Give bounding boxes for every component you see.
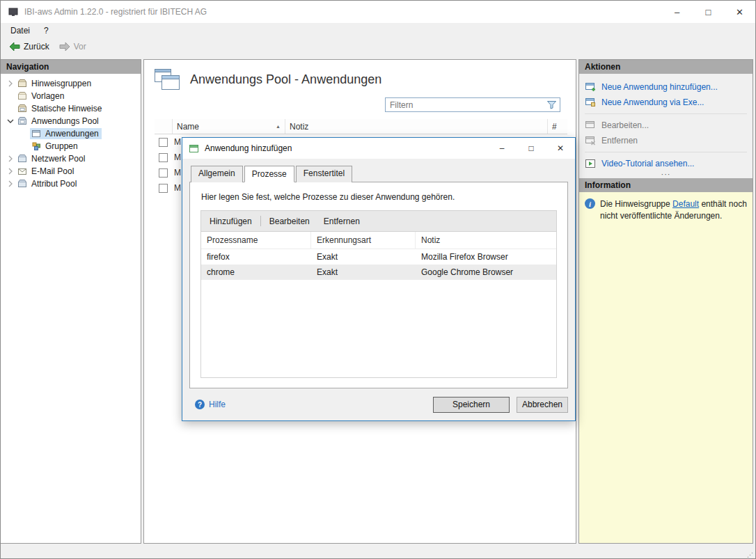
row-checkbox[interactable] <box>159 138 168 147</box>
tab-allgemein[interactable]: Allgemein <box>191 166 243 182</box>
action-new-application[interactable]: Neue Anwendung hinzufügen... <box>583 79 748 95</box>
process-detection: Exakt <box>311 265 416 280</box>
process-toolbar: Hinzufügen Bearbeiten Entfernen <box>201 211 556 232</box>
chevron-right-icon[interactable] <box>4 180 16 187</box>
process-row-firefox[interactable]: firefox Exakt Mozilla Firefox Browser <box>201 249 556 265</box>
action-label: Neue Anwendung hinzufügen... <box>601 82 718 92</box>
chevron-down-icon[interactable] <box>4 118 16 125</box>
dialog-icon <box>189 143 199 154</box>
nav-item-hinweisgruppen[interactable]: Hinweisgruppen <box>1 77 141 90</box>
window-controls: – □ ✕ <box>661 1 755 23</box>
nav-item-statische-hinweise[interactable]: Statische Hinweise <box>1 102 141 115</box>
action-remove[interactable]: Entfernen <box>583 133 748 148</box>
nav-item-vorlagen[interactable]: Vorlagen <box>1 90 141 102</box>
gruppen-icon <box>31 141 42 151</box>
action-label: Bearbeiten... <box>601 120 649 130</box>
anwendungs-pool-icon <box>17 116 29 126</box>
minimize-button[interactable]: – <box>661 1 693 23</box>
resize-grip-icon[interactable]: ⋰ <box>747 551 755 558</box>
process-detection: Exakt <box>311 249 416 265</box>
name-column-header[interactable]: Name ▲ <box>173 119 285 134</box>
navigation-tree: Hinweisgruppen Vorlagen Statische Hinwei… <box>1 74 141 190</box>
forward-button[interactable]: Vor <box>55 40 90 53</box>
action-label: Neue Anwendung via Exe... <box>601 97 704 107</box>
count-column-header[interactable]: # <box>548 119 567 134</box>
navigation-panel: Navigation Hinweisgruppen Vorlagen Stati… <box>1 59 141 544</box>
information-header: Information <box>579 178 753 192</box>
dialog-close-button[interactable]: ✕ <box>546 138 575 159</box>
process-note: Mozilla Firefox Browser <box>416 249 556 265</box>
navigation-toolbar: Zurück Vor <box>1 38 755 55</box>
email-pool-icon <box>17 166 29 176</box>
row-name: M <box>168 183 181 193</box>
separator <box>585 152 747 152</box>
filter-input[interactable] <box>386 100 546 110</box>
nav-item-anwendungen[interactable]: Anwendungen <box>1 127 141 140</box>
dialog-title: Anwendung hinzufügen <box>205 143 487 153</box>
edit-icon <box>585 120 596 130</box>
action-edit[interactable]: Bearbeiten... <box>583 118 748 133</box>
statische-hinweise-icon <box>17 104 29 113</box>
netzwerk-pool-icon <box>17 154 29 164</box>
filter-funnel-icon[interactable] <box>546 100 557 109</box>
row-checkbox[interactable] <box>159 184 168 193</box>
attribut-pool-icon <box>17 179 29 189</box>
applications-icon <box>154 68 180 90</box>
navigation-header: Navigation <box>1 60 141 74</box>
menu-datei[interactable]: Datei <box>3 24 37 37</box>
action-label: Video-Tutorial ansehen... <box>601 159 694 168</box>
back-button[interactable]: Zurück <box>5 40 54 53</box>
cancel-button[interactable]: Abbrechen <box>517 397 568 413</box>
row-checkbox[interactable] <box>159 168 168 178</box>
maximize-button[interactable]: □ <box>693 1 724 23</box>
vorlagen-icon <box>17 91 29 101</box>
dialog-body: Allgemein Prozesse Fenstertitel Hier leg… <box>182 159 575 388</box>
nav-label: Netzwerk Pool <box>31 154 85 164</box>
process-edit-button[interactable]: Bearbeiten <box>262 214 317 229</box>
tab-fenstertitel[interactable]: Fenstertitel <box>296 166 352 182</box>
nav-item-attribut-pool[interactable]: Attribut Pool <box>1 178 141 190</box>
checkbox-column-header[interactable] <box>155 119 173 134</box>
right-panel: Aktionen Neue Anwendung hinzufügen... Ne… <box>578 59 753 544</box>
information-text: Die Hinweisgruppe Default enthält noch n… <box>600 198 747 223</box>
dialog-maximize-button[interactable]: □ <box>517 138 546 159</box>
dialog-minimize-button[interactable]: – <box>487 138 517 159</box>
process-row-chrome[interactable]: chrome Exakt Google Chrome Browser <box>201 265 556 280</box>
titlebar: IBI-aws Admin 1.22.0 - registriert für I… <box>1 1 755 23</box>
chevron-right-icon[interactable] <box>4 80 16 87</box>
help-link[interactable]: ? Hilfe <box>195 400 226 409</box>
filter-box <box>385 97 560 112</box>
tab-prozesse[interactable]: Prozesse <box>244 166 294 182</box>
info-icon: i <box>585 198 595 209</box>
panel-splitter[interactable]: ··· <box>579 171 753 178</box>
row-checkbox[interactable] <box>159 153 168 162</box>
default-group-link[interactable]: Default <box>672 199 699 209</box>
detection-column-header[interactable]: Erkennungsart <box>311 232 416 249</box>
forward-label: Vor <box>74 42 86 52</box>
nav-item-anwendungs-pool[interactable]: Anwendungs Pool <box>1 115 141 127</box>
notiz-column-header[interactable]: Notiz <box>285 119 548 134</box>
actions-list: Neue Anwendung hinzufügen... Neue Anwend… <box>579 74 753 171</box>
dialog-description: Hier legen Sie fest, welche Prozesse zu … <box>190 182 567 202</box>
dialog-footer: ? Hilfe Speichern Abbrechen <box>182 388 575 420</box>
nav-label: Anwendungen <box>45 129 99 139</box>
chevron-right-icon[interactable] <box>4 168 16 175</box>
action-video-tutorial[interactable]: Video-Tutorial ansehen... <box>583 156 748 171</box>
close-button[interactable]: ✕ <box>724 1 755 23</box>
chevron-right-icon[interactable] <box>4 155 16 162</box>
new-application-exe-icon <box>585 97 596 107</box>
save-button[interactable]: Speichern <box>433 397 510 413</box>
row-name: M <box>168 152 181 162</box>
note-column-header[interactable]: Notiz <box>416 232 556 249</box>
nav-item-gruppen[interactable]: Gruppen <box>1 140 141 152</box>
process-table-header: Prozessname Erkennungsart Notiz <box>201 232 556 249</box>
process-add-button[interactable]: Hinzufügen <box>203 214 259 229</box>
process-remove-button[interactable]: Entfernen <box>317 214 367 229</box>
nav-item-netzwerk-pool[interactable]: Netzwerk Pool <box>1 152 141 165</box>
nav-item-email-pool[interactable]: E-Mail Pool <box>1 165 141 178</box>
menu-help[interactable]: ? <box>37 24 56 37</box>
separator <box>260 216 261 226</box>
new-application-icon <box>585 82 596 92</box>
action-new-application-via-exe[interactable]: Neue Anwendung via Exe... <box>583 95 748 110</box>
process-column-header[interactable]: Prozessname <box>201 232 311 249</box>
